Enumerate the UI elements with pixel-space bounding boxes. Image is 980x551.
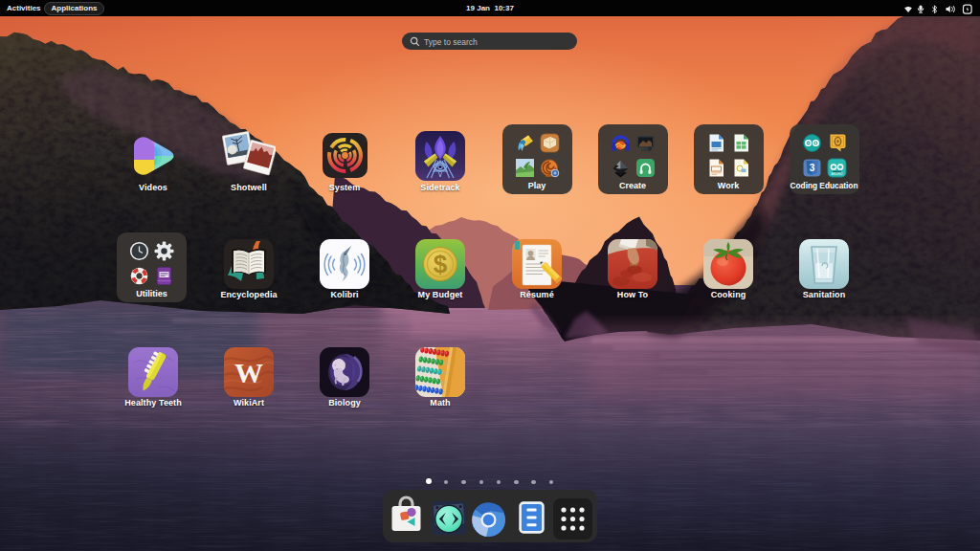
svg-text:$: $: [434, 250, 448, 278]
svg-text:3: 3: [809, 163, 814, 173]
svg-text:W: W: [234, 357, 263, 388]
svg-text:ARDUINO: ARDUINO: [831, 172, 842, 176]
